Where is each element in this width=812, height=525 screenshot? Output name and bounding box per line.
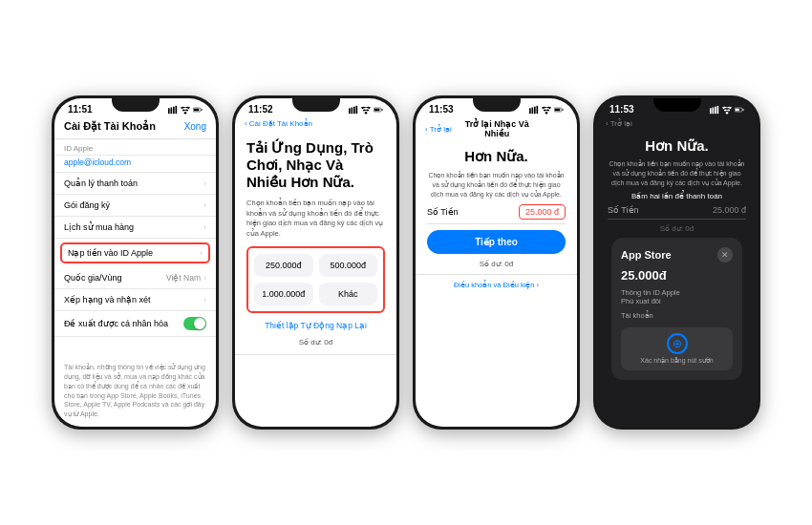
svg-rect-10	[353, 106, 355, 114]
ratings-label: Xếp hạng và nhận xét	[64, 295, 151, 304]
svg-rect-15	[382, 109, 383, 111]
payment-row[interactable]: Quản lý thanh toán ›	[54, 173, 216, 195]
svg-rect-31	[743, 109, 744, 111]
amount-entry-subtitle: Chọn khoản tiền bạn muốn nạp vào tài kho…	[427, 171, 566, 199]
svg-rect-1	[171, 107, 173, 114]
ratings-row[interactable]: Xếp hạng và nhận xét ›	[54, 289, 216, 311]
popup-id-row: Thông tin ID Apple Phù xuat đôi	[621, 288, 733, 305]
subscription-row[interactable]: Gói đăng ký ›	[54, 195, 216, 217]
topup-intro-body: Tải Ứng Dụng, Trò Chơi, Nhạc Và Nhiều Hơ…	[235, 132, 396, 427]
svg-rect-7	[202, 109, 203, 111]
phone-4: 11:53 ‹ Trở lại Hơn Nữa. Chọn khoản tiền…	[593, 95, 760, 430]
svg-point-28	[726, 112, 729, 115]
main-container: 11:51 Cài Đặt Tài Khoản Xong ID Apple ap…	[32, 76, 780, 449]
confirm-title: Hơn Nữa.	[608, 137, 746, 155]
tap-hint: Bấm hai lần để thanh toán	[608, 192, 746, 200]
settings-action[interactable]: Xong	[184, 121, 206, 132]
amount-dark-label: Số Tiền	[608, 205, 639, 215]
back-button-4[interactable]: ‹ Trở lại	[606, 119, 632, 128]
screen-1: 11:51 Cài Đặt Tài Khoản Xong ID Apple ap…	[54, 98, 216, 427]
time-2: 11:52	[248, 104, 273, 115]
confirm-screen: ‹ Trở lại Hơn Nữa. Chọn khoản tiền bạn m…	[596, 116, 758, 427]
amount-value-3[interactable]: 25.000 đ	[519, 204, 566, 220]
purchase-history-row[interactable]: Lịch sử mua hàng ›	[54, 217, 216, 239]
svg-rect-16	[529, 108, 531, 114]
svg-rect-18	[534, 106, 536, 114]
payment-label: Quản lý thanh toán	[64, 178, 138, 188]
svg-rect-2	[173, 106, 175, 114]
settings-header: Cài Đặt Tài Khoản Xong	[54, 116, 216, 139]
svg-rect-19	[537, 105, 539, 113]
subscription-label: Gói đăng ký	[64, 200, 110, 210]
topup-row[interactable]: Nạp tiền vào ID Apple ›	[60, 242, 210, 263]
continue-button[interactable]: Tiếp theo	[427, 230, 566, 254]
amount-entry-header: ‹ Trở lại Trở lại Nhạc Và Nhiều	[416, 116, 577, 142]
confirm-subtitle: Chọn khoản tiền bạn muốn nạp vào tài kho…	[608, 159, 746, 187]
status-icons-2	[349, 105, 383, 115]
amount-entry-title: Hơn Nữa.	[427, 148, 566, 165]
svg-rect-11	[356, 105, 358, 113]
svg-rect-17	[532, 107, 534, 114]
touch-id-icon: ⊕	[667, 333, 688, 354]
id-apple-label: ID Apple	[54, 139, 216, 156]
svg-rect-22	[555, 108, 561, 111]
back-button-3[interactable]: ‹ Trở lại	[425, 125, 452, 134]
svg-rect-3	[176, 105, 178, 113]
popup-amount: 25.000đ	[621, 268, 733, 283]
amount-entry-body: Hơn Nữa. Chọn khoản tiền bạn muốn nạp và…	[416, 142, 577, 427]
popup-header: App Store ✕	[621, 247, 733, 262]
apple-email[interactable]: apple@icloud.com	[54, 156, 216, 173]
svg-rect-0	[168, 108, 170, 114]
screen-2: 11:52 ‹ Cài Đặt Tài Khoản Tải Ứng Dụng, …	[235, 98, 396, 427]
popup-close-button[interactable]: ✕	[717, 247, 733, 262]
svg-rect-6	[194, 108, 200, 111]
auto-reload-link[interactable]: Thiết lập Tự Động Nạp Lại	[246, 321, 385, 330]
terms-link[interactable]: Điều khoản và Điều kiện ›	[427, 281, 566, 289]
status-icons-1	[168, 105, 203, 115]
svg-point-12	[365, 112, 368, 115]
popup-account-row: Tài khoản	[621, 311, 733, 320]
balance-3: Số dư: 0đ	[427, 260, 566, 268]
settings-list: ID Apple apple@icloud.com Quản lý thanh …	[54, 139, 216, 359]
amount-label-3: Số Tiền	[427, 207, 459, 217]
personalization-toggle[interactable]	[183, 317, 206, 330]
phone-2: 11:52 ‹ Cài Đặt Tài Khoản Tải Ứng Dụng, …	[232, 95, 399, 430]
phone-3: 11:53 ‹ Trở lại Trở lại Nhạc Và Nhiều Hơ…	[413, 95, 580, 430]
svg-rect-14	[374, 108, 380, 111]
topup-intro-title: Tải Ứng Dụng, Trò Chơi, Nhạc Và Nhiều Hơ…	[246, 139, 385, 191]
topup-label: Nạp tiền vào ID Apple	[68, 248, 153, 258]
screen-3: 11:53 ‹ Trở lại Trở lại Nhạc Và Nhiều Hơ…	[416, 98, 577, 427]
settings-screen: Cài Đặt Tài Khoản Xong ID Apple apple@ic…	[54, 116, 216, 427]
country-label: Quốc gia/Vùng	[64, 273, 122, 283]
country-value: Việt Nam	[166, 273, 201, 283]
popup-title: App Store	[621, 249, 672, 261]
svg-rect-27	[717, 105, 719, 113]
confirm-body: Hơn Nữa. Chọn khoản tiền bạn muốn nạp và…	[596, 132, 758, 427]
confirm-header: ‹ Trở lại	[596, 116, 758, 132]
touch-id-button[interactable]: ⊕ Xác nhận bằng nút sườn	[621, 327, 733, 370]
svg-point-4	[184, 112, 187, 115]
screen3-nav-title: Trở lại Nhạc Và Nhiều	[456, 119, 539, 138]
svg-rect-25	[713, 107, 715, 114]
time-3: 11:53	[429, 104, 454, 115]
svg-rect-24	[710, 108, 712, 114]
status-icons-3	[529, 105, 564, 115]
purchase-history-label: Lịch sử mua hàng	[64, 222, 134, 232]
svg-point-20	[545, 112, 548, 115]
balance-2: Số dư: 0đ	[246, 338, 385, 346]
svg-rect-23	[563, 109, 564, 111]
svg-rect-26	[715, 106, 716, 114]
amount-250[interactable]: 250.000đ	[254, 254, 313, 277]
appstore-popup: App Store ✕ 25.000đ Thông tin ID Apple P…	[611, 238, 742, 380]
balance-4: Số dư: 0đ	[608, 224, 746, 233]
amount-entry-screen: ‹ Trở lại Trở lại Nhạc Và Nhiều Hơn Nữa.…	[416, 116, 577, 427]
personalization-row[interactable]: Đề xuất được cá nhân hóa	[54, 311, 216, 337]
country-row[interactable]: Quốc gia/Vùng Việt Nam ›	[54, 267, 216, 289]
amount-500[interactable]: 500.000đ	[319, 254, 378, 277]
amount-other[interactable]: Khác	[319, 283, 378, 305]
amount-1000[interactable]: 1.000.000đ	[254, 283, 313, 305]
time-1: 11:51	[68, 104, 93, 115]
back-button-2[interactable]: ‹ Cài Đặt Tài Khoản	[245, 119, 312, 128]
topup-intro-screen: ‹ Cài Đặt Tài Khoản Tải Ứng Dụng, Trò Ch…	[235, 116, 396, 427]
phone-1: 11:51 Cài Đặt Tài Khoản Xong ID Apple ap…	[52, 95, 219, 430]
